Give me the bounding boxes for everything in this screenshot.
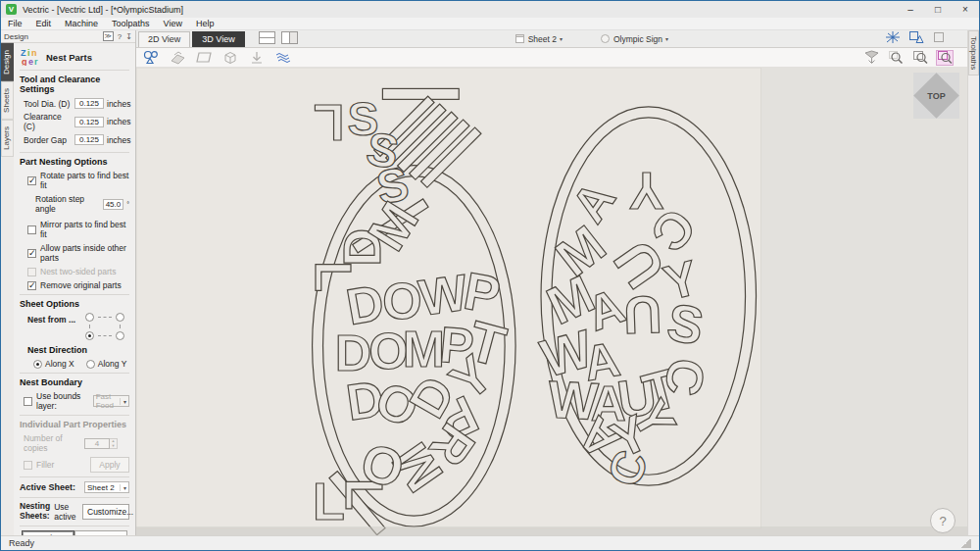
clearance-input[interactable]: 0.125 <box>74 117 104 127</box>
chevron-down-icon: ▾ <box>665 35 668 42</box>
app-icon: V <box>6 4 17 15</box>
menu-edit[interactable]: Edit <box>29 19 59 28</box>
toolpaths-tab[interactable]: Toolpaths <box>968 30 979 75</box>
clearance-unit: inches <box>107 117 131 126</box>
svg-text:g: g <box>22 57 27 66</box>
svg-text:e: e <box>28 57 33 66</box>
filler-checkbox <box>24 461 32 470</box>
drape-waves-icon[interactable] <box>274 50 292 66</box>
sidebar-tab-layers[interactable]: Layers <box>1 120 14 157</box>
along-y-radio[interactable] <box>86 360 95 369</box>
help-button[interactable]: ? <box>930 508 956 533</box>
menu-file[interactable]: File <box>1 19 29 28</box>
canvas-area: LSSSLLLDMDOWPDOMPTYDODPRMOYACMUYMAUSWAWA… <box>136 68 967 535</box>
tab-3d-view[interactable]: 3D View <box>192 31 244 47</box>
tool-dia-row: Tool Dia. (D) 0.125 inches <box>24 98 131 109</box>
page-title: Nest Parts <box>46 52 92 63</box>
panel-help-icon[interactable]: ? <box>118 32 122 41</box>
use-bounds-checkbox[interactable] <box>24 397 32 406</box>
close-button[interactable]: × <box>952 4 979 15</box>
zoom-in-icon[interactable] <box>887 50 905 66</box>
set-material-icon[interactable] <box>169 50 186 66</box>
rotation-step-input[interactable]: 45.0 <box>103 199 123 210</box>
split-horizontal-icon[interactable] <box>259 31 275 44</box>
nest-from-bottom-right-radio[interactable] <box>116 331 124 340</box>
divider <box>20 294 129 295</box>
nesting-sheets-mode: Use active <box>54 502 78 522</box>
divider <box>20 497 129 498</box>
window-title: Vectric - [Vectric Ltd] - [*OlympicStadi… <box>23 5 183 15</box>
border-gap-unit: inches <box>107 135 131 145</box>
zoom-selection-icon[interactable] <box>911 50 929 66</box>
sidebar-tab-design[interactable]: Design <box>1 43 14 81</box>
geometry-snap-icon[interactable] <box>908 30 924 44</box>
split-vertical-icon[interactable] <box>281 31 298 44</box>
remove-original-label: Remove original parts <box>40 280 122 290</box>
sheet-selector[interactable]: Sheet 2▾ <box>514 33 563 44</box>
svg-text:r: r <box>34 57 38 66</box>
nest-from-top-left-radio[interactable] <box>85 313 94 322</box>
panel-collapse-icon[interactable]: ≫ <box>103 31 114 41</box>
design-panel: Design ≫ ? ↧ Design Sheets Layers Z <box>1 30 136 535</box>
toolpaths-strip: Toolpaths <box>967 30 979 535</box>
nest-from-bottom-left-radio[interactable] <box>85 331 94 340</box>
allow-inside-checkbox[interactable] <box>27 249 36 258</box>
divider <box>20 526 129 526</box>
customize-button[interactable]: Customize... <box>82 504 129 520</box>
active-sheet-dropdown[interactable]: Sheet 2 <box>84 481 129 493</box>
clearance-row: Clearance (C) 0.125 inches <box>24 112 131 131</box>
filler-label: Filler <box>36 460 54 470</box>
sidebar-tab-sheets[interactable]: Sheets <box>1 81 14 120</box>
nest-from-top-right-radio[interactable] <box>116 313 124 322</box>
menu-view[interactable]: View <box>157 19 189 28</box>
tool-dia-label: Tool Dia. (D) <box>24 99 74 109</box>
bounds-layer-dropdown: Fast Food <box>93 395 129 407</box>
copies-spinner: ▲▼ <box>110 438 118 449</box>
along-x-radio[interactable] <box>33 360 42 369</box>
rotate-parts-checkbox[interactable] <box>27 176 36 185</box>
use-bounds-label: Use bounds layer: <box>36 391 89 411</box>
divider <box>20 70 129 71</box>
grid-snap-icon[interactable] <box>932 30 946 44</box>
divider <box>20 373 129 374</box>
sign-selector[interactable]: Olympic Sign▾ <box>600 33 668 44</box>
nest-boundary-heading: Nest Boundary <box>20 377 129 387</box>
chevron-down-icon: ▾ <box>560 35 563 42</box>
minimize-button[interactable]: – <box>897 4 924 15</box>
divider <box>20 476 129 477</box>
tool-dia-input[interactable]: 0.125 <box>74 98 104 109</box>
nest-canvas[interactable]: LSSSLLLDMDOWPDOMPTYDODPRMOYACMUYMAUSWAWA… <box>136 68 967 535</box>
allow-inside-label: Allow parts inside other parts <box>40 243 129 263</box>
tool-dia-unit: inches <box>107 99 131 109</box>
create-border-icon[interactable] <box>195 50 213 66</box>
mirror-parts-label: Mirror parts to find best fit <box>40 220 129 239</box>
mirror-parts-checkbox[interactable] <box>27 225 36 234</box>
remove-original-checkbox[interactable] <box>27 281 36 290</box>
zoom-extents-icon[interactable] <box>936 50 954 66</box>
panel-pin-icon[interactable]: ↧ <box>125 32 132 41</box>
two-sided-checkbox <box>27 268 36 276</box>
status-text: Ready <box>9 538 34 548</box>
sign-icon <box>600 33 611 44</box>
drop-down-arrow-icon[interactable] <box>248 50 266 66</box>
box-3d-icon[interactable] <box>221 50 239 66</box>
nesting-options-heading: Part Nesting Options <box>20 157 129 167</box>
smart-snap-icon[interactable] <box>885 30 901 44</box>
border-gap-input[interactable]: 0.125 <box>74 134 104 145</box>
sheet-options-heading: Sheet Options <box>20 299 129 309</box>
menu-machine[interactable]: Machine <box>58 19 105 28</box>
menu-toolpaths[interactable]: Toolpaths <box>105 19 157 28</box>
view-cube[interactable]: TOP <box>913 73 959 119</box>
degree-symbol: ° <box>126 201 129 208</box>
rotation-step-label: Rotation step angle <box>35 194 99 214</box>
menu-help[interactable]: Help <box>189 19 221 28</box>
rotate-parts-label: Rotate parts to find best fit <box>40 171 129 190</box>
along-y-label: Along Y <box>98 359 127 369</box>
part-properties-heading: Individual Part Properties <box>20 420 129 429</box>
border-gap-label: Border Gap <box>24 135 74 145</box>
nest-parts-tool-icon[interactable] <box>142 50 160 66</box>
toggle-shading-icon[interactable] <box>862 50 880 66</box>
tab-2d-view[interactable]: 2D View <box>138 31 190 47</box>
maximize-button[interactable]: □ <box>924 4 952 15</box>
resize-grip[interactable] <box>961 538 971 548</box>
